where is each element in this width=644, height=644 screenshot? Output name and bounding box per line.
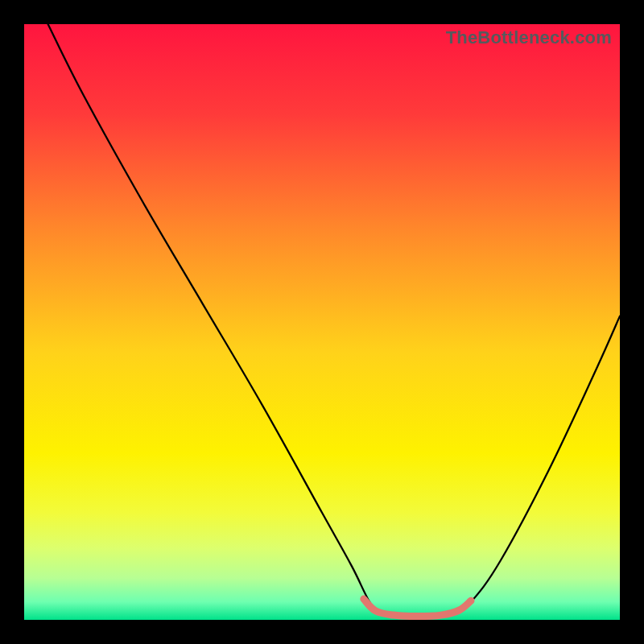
plot-area: TheBottleneck.com — [24, 24, 620, 620]
series-optimal-band — [364, 599, 471, 616]
chart-frame: TheBottleneck.com — [0, 0, 644, 644]
curve-layer — [24, 24, 620, 620]
series-bottleneck-curve — [48, 24, 620, 617]
